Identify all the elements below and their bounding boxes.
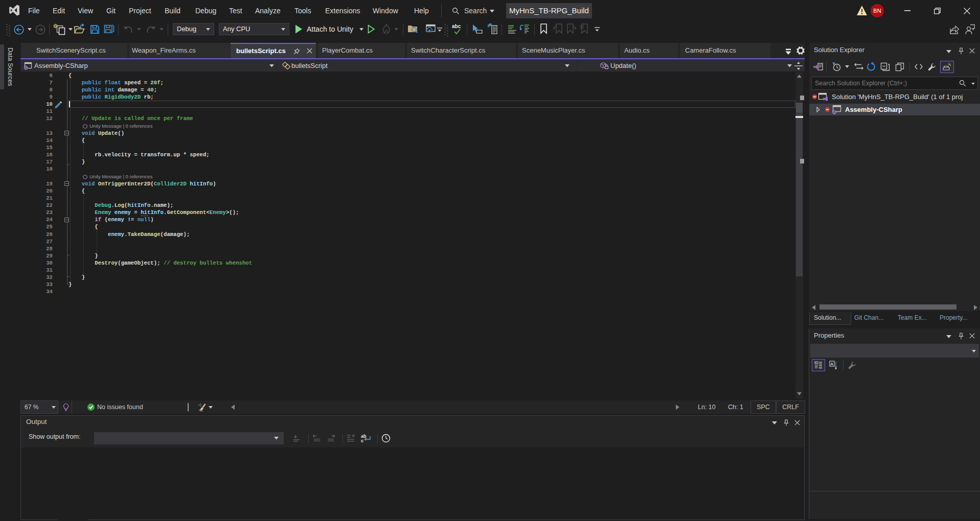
svg-text:c: c [361,438,363,443]
svg-text:abc: abc [452,23,461,29]
svg-text:A: A [830,362,833,366]
